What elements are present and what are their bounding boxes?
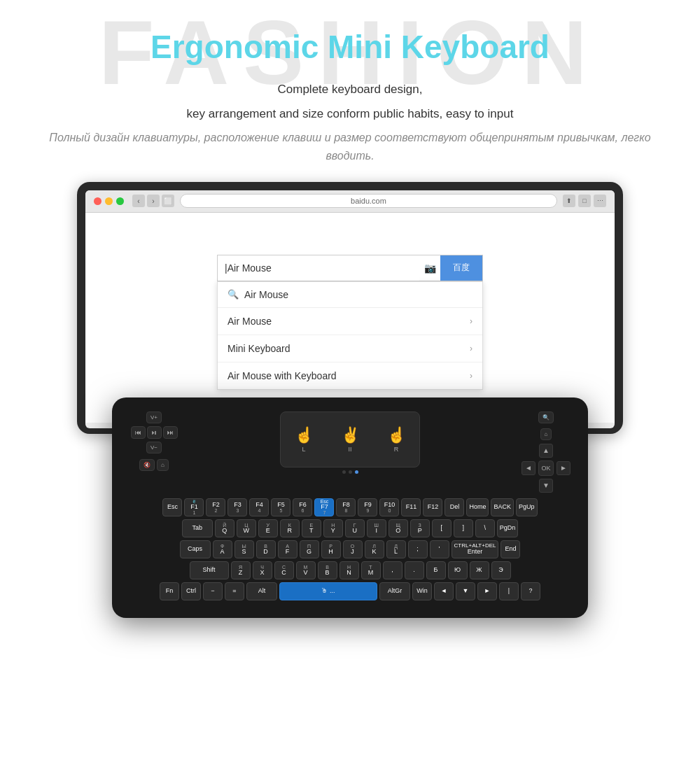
- key-n[interactable]: НN: [340, 561, 359, 579]
- search-input-display[interactable]: | Air Mouse: [218, 255, 419, 281]
- key-o[interactable]: ЩO: [388, 519, 408, 537]
- key-b[interactable]: ВB: [318, 561, 337, 579]
- key-esc[interactable]: Esc: [162, 498, 182, 516]
- key-pgdn[interactable]: PgDn: [497, 519, 519, 537]
- key-y[interactable]: НY: [323, 519, 343, 537]
- prev-btn[interactable]: ⏮: [131, 426, 146, 439]
- key-f10[interactable]: F100: [379, 498, 399, 516]
- key-c[interactable]: СC: [274, 561, 294, 579]
- key-period[interactable]: .: [405, 561, 424, 579]
- search-button[interactable]: 百度: [440, 255, 482, 281]
- back-btn[interactable]: ‹: [132, 195, 145, 207]
- play-btn[interactable]: ⏯: [147, 426, 162, 439]
- key-w[interactable]: ЦW: [237, 519, 256, 537]
- dpad-right[interactable]: ►: [556, 461, 570, 475]
- key-l[interactable]: ДL: [386, 540, 406, 558]
- key-i[interactable]: ШI: [367, 519, 386, 537]
- key-f5[interactable]: F55: [271, 498, 290, 516]
- key-dot2[interactable]: Ю: [448, 561, 468, 579]
- key-win[interactable]: Win: [412, 582, 432, 600]
- key-z[interactable]: ЯZ: [231, 561, 251, 579]
- key-ctrl[interactable]: Ctrl: [181, 582, 201, 600]
- key-up[interactable]: Ж: [470, 561, 489, 579]
- dropdown-item-0[interactable]: Air Mouse ›: [218, 308, 482, 335]
- share-btn[interactable]: ⬆: [563, 195, 575, 207]
- key-caps[interactable]: Caps: [180, 540, 211, 558]
- key-pgup[interactable]: PgUp: [516, 498, 538, 516]
- mute-btn[interactable]: 🔇: [139, 459, 155, 471]
- key-k[interactable]: ЛK: [365, 540, 384, 558]
- key-right[interactable]: ►: [477, 582, 497, 600]
- key-del[interactable]: Del: [444, 498, 464, 516]
- next-btn[interactable]: ⏭: [163, 426, 178, 439]
- key-p[interactable]: ЗP: [410, 519, 430, 537]
- dpad-left[interactable]: ◄: [522, 461, 536, 475]
- more-btn[interactable]: ⋯: [594, 195, 606, 207]
- key-j[interactable]: ОJ: [343, 540, 363, 558]
- key-f1[interactable]: ёF11: [184, 498, 204, 516]
- key-t[interactable]: ЕT: [302, 519, 321, 537]
- key-equals[interactable]: =: [225, 582, 244, 600]
- key-end[interactable]: End: [500, 540, 520, 558]
- key-quote[interactable]: ': [430, 540, 449, 558]
- touchpad-area[interactable]: ☝ L ✌ II ☝ R: [280, 411, 420, 467]
- key-f8[interactable]: F88: [336, 498, 356, 516]
- search-func-btn[interactable]: 🔍: [538, 411, 554, 423]
- key-down[interactable]: ▼: [456, 582, 475, 600]
- traffic-light-yellow[interactable]: [105, 197, 113, 205]
- dpad-up[interactable]: ▲: [539, 444, 553, 458]
- key-pipe[interactable]: |: [499, 582, 519, 600]
- key-s[interactable]: ЫS: [234, 540, 254, 558]
- key-backslash[interactable]: \: [475, 519, 495, 537]
- key-f12[interactable]: F12: [423, 498, 442, 516]
- key-enter[interactable]: CTRL+ALT+DELEnter: [451, 540, 499, 558]
- tab-btn[interactable]: ⬜: [162, 195, 174, 207]
- address-bar[interactable]: baidu.com: [180, 194, 557, 208]
- vol-up-btn[interactable]: V+: [146, 411, 162, 423]
- key-back[interactable]: BACK: [491, 498, 514, 516]
- key-question[interactable]: ?: [521, 582, 540, 600]
- key-shift[interactable]: Shift: [190, 561, 229, 579]
- forward-btn[interactable]: ›: [147, 195, 160, 207]
- key-alt[interactable]: Alt: [246, 582, 277, 600]
- key-altgr[interactable]: AltGr: [379, 582, 410, 600]
- traffic-light-green[interactable]: [116, 197, 124, 205]
- key-d[interactable]: ВD: [256, 540, 276, 558]
- key-g[interactable]: ПG: [300, 540, 319, 558]
- key-f4[interactable]: F44: [249, 498, 269, 516]
- key-m[interactable]: ТM: [361, 561, 381, 579]
- key-q[interactable]: ЙQ: [215, 519, 234, 537]
- key-bracket-l[interactable]: [: [432, 519, 451, 537]
- key-a[interactable]: ФA: [213, 540, 232, 558]
- key-h[interactable]: РH: [321, 540, 341, 558]
- key-slash[interactable]: Б: [426, 561, 446, 579]
- dropdown-item-1[interactable]: Mini Keyboard ›: [218, 335, 482, 363]
- ok-btn[interactable]: OK: [538, 460, 554, 476]
- key-r[interactable]: КR: [280, 519, 300, 537]
- key-comma[interactable]: ,: [383, 561, 402, 579]
- key-f[interactable]: АF: [278, 540, 298, 558]
- traffic-light-red[interactable]: [94, 197, 102, 205]
- dropdown-item-2[interactable]: Air Mouse with Keyboard ›: [218, 363, 482, 389]
- key-f11[interactable]: F11: [401, 498, 421, 516]
- key-space[interactable]: 🖱 ...: [279, 582, 377, 600]
- bookmark-btn[interactable]: □: [578, 195, 591, 207]
- key-left[interactable]: ◄: [434, 582, 454, 600]
- key-tab[interactable]: Tab: [182, 519, 213, 537]
- key-э[interactable]: Э: [491, 561, 511, 579]
- vol-down-btn[interactable]: V−: [146, 442, 162, 453]
- camera-icon[interactable]: 📷: [419, 255, 440, 281]
- dpad-down[interactable]: ▼: [539, 479, 553, 493]
- key-bracket-r[interactable]: ]: [454, 519, 473, 537]
- key-f6[interactable]: F66: [293, 498, 312, 516]
- key-f2[interactable]: F22: [206, 498, 225, 516]
- home-icon-btn[interactable]: ⌂: [157, 459, 169, 471]
- key-minus[interactable]: −: [203, 582, 223, 600]
- key-u[interactable]: ГU: [345, 519, 365, 537]
- key-e[interactable]: УE: [258, 519, 278, 537]
- key-f9[interactable]: F99: [358, 498, 377, 516]
- key-x[interactable]: ЧX: [253, 561, 272, 579]
- key-semicolon[interactable]: ;: [408, 540, 428, 558]
- key-home[interactable]: Home: [466, 498, 489, 516]
- key-f3[interactable]: F33: [227, 498, 247, 516]
